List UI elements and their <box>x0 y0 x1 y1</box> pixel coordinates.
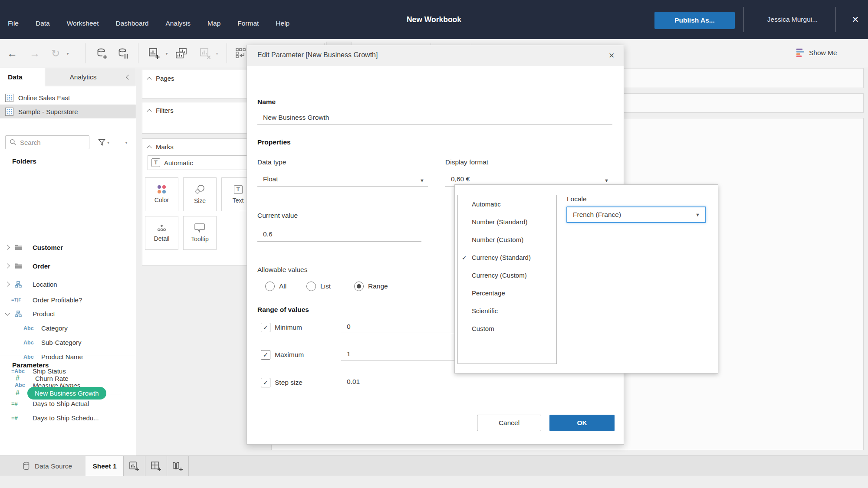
display-format-value: 0,60 € <box>451 175 604 183</box>
format-option-number-standard[interactable]: Number (Standard) <box>458 213 556 231</box>
new-dashboard-icon <box>151 461 161 472</box>
collapse-card-icon[interactable] <box>147 109 151 114</box>
format-option-currency-custom[interactable]: Currency (Custom) <box>458 266 556 284</box>
name-field[interactable] <box>257 108 612 125</box>
maximum-input[interactable] <box>341 347 458 360</box>
chevron-right-icon[interactable] <box>5 282 10 286</box>
hierarchy-icon <box>15 311 22 317</box>
new-worksheet-menu-button[interactable]: ▾ <box>163 43 170 63</box>
replay-button[interactable]: ↻ <box>46 43 65 63</box>
menu-help[interactable]: Help <box>276 20 289 27</box>
datasource-sample-superstore[interactable]: Sample - Superstore <box>0 105 136 118</box>
new-story-tab-button[interactable] <box>167 456 188 476</box>
format-option-automatic[interactable]: Automatic <box>458 195 556 213</box>
new-dashboard-tab-button[interactable] <box>145 456 167 476</box>
redo-button[interactable]: → <box>26 43 43 63</box>
current-value-input[interactable] <box>263 230 418 238</box>
minimum-input[interactable] <box>341 320 458 333</box>
field-sub-category[interactable]: Abc Sub-Category <box>0 335 136 350</box>
close-workbook-button[interactable]: ✕ <box>845 0 865 39</box>
menu-dashboard[interactable]: Dashboard <box>116 20 149 27</box>
toolbar-divider <box>85 43 85 63</box>
clear-sheet-menu-button[interactable]: ▾ <box>214 43 220 63</box>
sheet1-tab[interactable]: Sheet 1 <box>85 456 124 476</box>
datasource-online-sales-east[interactable]: Online Sales East <box>0 91 136 105</box>
pause-updates-button[interactable] <box>114 43 133 63</box>
radio-all[interactable]: All <box>265 282 306 291</box>
undo-button[interactable]: ← <box>3 43 21 63</box>
dialog-close-button[interactable]: ✕ <box>605 49 618 62</box>
name-input[interactable] <box>263 114 609 121</box>
tab-analytics[interactable]: Analytics <box>45 68 121 86</box>
duplicate-sheet-button[interactable] <box>172 43 191 63</box>
current-value-field[interactable] <box>257 226 421 242</box>
new-worksheet-tab-button[interactable] <box>124 456 145 476</box>
collapse-card-icon[interactable] <box>147 77 151 82</box>
checkbox-checked-icon[interactable] <box>261 350 270 360</box>
data-source-tab[interactable]: Data Source <box>23 456 72 476</box>
user-menu[interactable]: Jessica Murgui... <box>753 0 832 39</box>
field-customer[interactable]: Customer <box>0 238 136 256</box>
format-option-scientific[interactable]: Scientific <box>458 302 556 320</box>
step-size-input[interactable] <box>341 375 458 388</box>
collapse-card-icon[interactable] <box>147 145 151 150</box>
fix-axes-button[interactable] <box>233 43 248 63</box>
parameter-pill[interactable]: New Business Growth <box>27 387 106 400</box>
field-order-profitable[interactable]: =T|F Order Profitable? <box>0 293 136 307</box>
detail-dots-icon <box>157 224 167 232</box>
publish-as-button[interactable]: Publish As... <box>654 12 735 29</box>
toolbar-divider <box>138 43 138 63</box>
menu-map[interactable]: Map <box>207 20 220 27</box>
field-days-to-ship-schedu[interactable]: =# Days to Ship Schedu... <box>0 411 136 425</box>
chevron-down-icon: ▾ <box>216 51 218 56</box>
field-location[interactable]: Location <box>0 275 136 293</box>
parameter-new-business-growth[interactable]: # New Business Growth <box>0 386 136 400</box>
detail-button[interactable]: Detail <box>145 216 178 250</box>
search-input[interactable] <box>20 139 81 146</box>
show-me-icon <box>796 48 804 58</box>
show-me-button[interactable]: Show Me <box>796 44 837 62</box>
new-worksheet-button[interactable] <box>145 43 163 63</box>
color-dots-icon <box>158 185 166 193</box>
color-button[interactable]: Color <box>145 177 178 211</box>
replay-menu-button[interactable]: ▾ <box>64 43 71 63</box>
ok-button[interactable]: OK <box>549 415 615 431</box>
collapse-pane-button[interactable] <box>121 68 136 86</box>
menu-file[interactable]: File <box>8 20 19 27</box>
field-category[interactable]: Abc Category <box>0 321 136 335</box>
radio-range[interactable]: Range <box>354 282 411 291</box>
toolbar-divider <box>227 43 227 63</box>
format-option-percentage[interactable]: Percentage <box>458 284 556 302</box>
checkbox-checked-icon[interactable] <box>261 323 270 332</box>
parameter-churn-rate[interactable]: # Churn Rate <box>0 371 136 386</box>
format-option-custom[interactable]: Custom <box>458 320 556 337</box>
chevron-right-icon[interactable] <box>5 263 10 268</box>
filter-fields-button[interactable]: ▾ <box>94 137 114 148</box>
menu-worksheet[interactable]: Worksheet <box>67 20 99 27</box>
tab-data[interactable]: Data <box>0 68 45 86</box>
back-arrow-icon: ← <box>7 48 17 59</box>
menu-analysis[interactable]: Analysis <box>165 20 191 27</box>
search-box[interactable] <box>5 135 89 149</box>
locale-dropdown[interactable]: French (France) ▼ <box>566 206 706 223</box>
cancel-button[interactable]: Cancel <box>477 415 541 431</box>
pane-menu-button[interactable]: ▾ <box>120 137 133 148</box>
chevron-right-icon[interactable] <box>5 245 10 249</box>
format-option-number-custom[interactable]: Number (Custom) <box>458 231 556 249</box>
menu-format[interactable]: Format <box>237 20 259 27</box>
size-button[interactable]: Size <box>183 177 217 211</box>
chevron-down-icon[interactable] <box>5 311 10 315</box>
clear-sheet-button[interactable] <box>196 43 214 63</box>
tooltip-button[interactable]: Tooltip <box>183 216 217 250</box>
data-type-dropdown[interactable]: Float ▼ <box>257 171 428 187</box>
number-icon: # <box>16 374 29 382</box>
format-option-currency-standard[interactable]: ✓ Currency (Standard) <box>458 249 556 266</box>
checkbox-checked-icon[interactable] <box>261 378 270 387</box>
folder-icon <box>15 263 22 269</box>
menu-data[interactable]: Data <box>36 20 50 27</box>
field-order[interactable]: Order <box>0 256 136 275</box>
field-product[interactable]: Product <box>0 307 136 321</box>
mark-type-dropdown[interactable]: T Automatic <box>148 155 260 170</box>
new-datasource-button[interactable] <box>92 43 112 63</box>
radio-list[interactable]: List <box>306 282 354 291</box>
